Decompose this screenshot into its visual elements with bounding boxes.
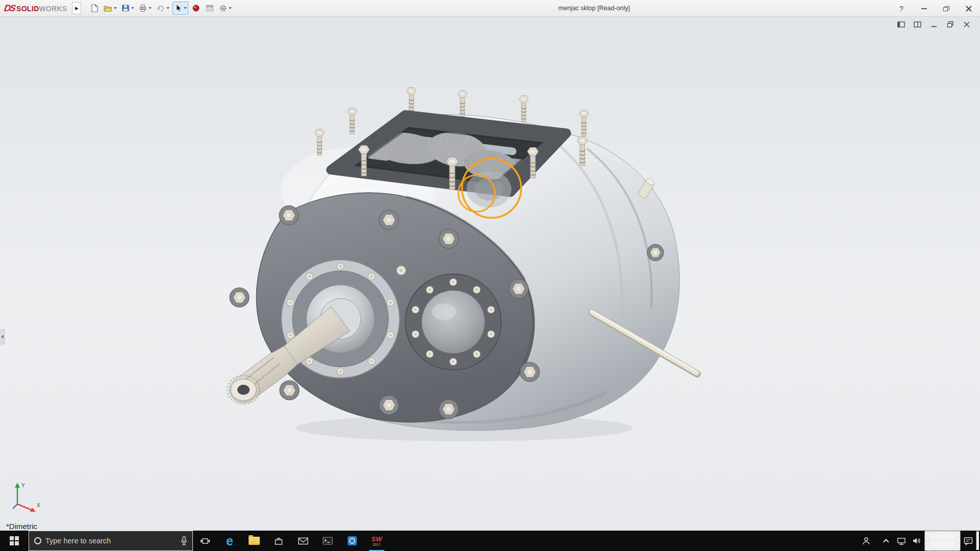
menu-flyout-button[interactable]: ▶	[72, 2, 81, 14]
maximize-button[interactable]	[935, 0, 958, 17]
microphone-icon[interactable]	[181, 536, 187, 545]
minimize-icon	[921, 8, 927, 9]
network-button[interactable]	[894, 531, 909, 551]
doc-pane-button-2[interactable]	[913, 20, 923, 29]
date-text: 8/2/2018	[931, 541, 954, 549]
orientation-triad: Y X	[8, 481, 45, 517]
select-cursor-icon	[174, 4, 182, 12]
solidworks-ds-glyph: DS	[4, 3, 16, 14]
dropdown-arrow-icon[interactable]	[114, 7, 117, 9]
x-axis-label: X	[37, 503, 40, 508]
doc-pane-button-1[interactable]	[896, 20, 906, 29]
print-button[interactable]	[137, 2, 153, 15]
edge-icon: e	[226, 535, 233, 547]
doc-minimize-button[interactable]	[929, 20, 939, 29]
people-icon	[862, 536, 871, 545]
task-view-button[interactable]	[193, 531, 217, 551]
doc-restore-icon	[947, 21, 954, 28]
blue-app-icon	[347, 536, 357, 546]
start-button[interactable]	[0, 531, 29, 551]
taskbar-search[interactable]	[29, 531, 193, 551]
dropdown-arrow-icon[interactable]	[131, 7, 134, 9]
gear-icon	[219, 4, 227, 12]
save-button[interactable]	[120, 2, 136, 15]
open-document-button[interactable]	[102, 2, 118, 15]
windows-taskbar: e SW 2017	[0, 531, 980, 551]
table-grid-icon	[206, 4, 214, 12]
brand-works-text: WORKS	[39, 5, 67, 13]
file-explorer-button[interactable]	[242, 531, 266, 551]
doc-close-icon	[963, 21, 970, 28]
window-controls: ?	[890, 0, 980, 17]
restore-icon	[943, 6, 949, 11]
console-window-icon	[323, 537, 333, 545]
dropdown-arrow-icon[interactable]	[149, 7, 152, 9]
brand-solid-text: SOLID	[16, 5, 39, 13]
mail-button[interactable]	[291, 531, 315, 551]
graphics-area[interactable]: Y X *Dimetric	[0, 17, 980, 531]
minimize-button[interactable]	[913, 0, 935, 17]
help-button[interactable]: ?	[890, 0, 913, 17]
side-cover-dome[interactable]	[405, 274, 501, 370]
gearbox-3d-model[interactable]	[0, 17, 980, 531]
system-tray: 10:45 AM 8/2/2018	[854, 531, 980, 551]
solidworks-app-button[interactable]: SW 2017	[364, 531, 389, 551]
save-floppy-icon	[121, 4, 130, 12]
folder-icon	[249, 537, 260, 545]
undo-button[interactable]	[155, 2, 171, 15]
command-prompt-button[interactable]	[315, 531, 340, 551]
store-button[interactable]	[266, 531, 291, 551]
panel-collapse-arrow[interactable]	[0, 329, 5, 344]
window-pane-icon	[897, 21, 905, 28]
tray-overflow-button[interactable]	[878, 531, 894, 551]
front-rim-bore[interactable]	[467, 171, 511, 208]
open-folder-icon	[104, 4, 112, 12]
doc-minimize-icon	[930, 21, 938, 28]
chevron-up-icon	[884, 539, 889, 544]
help-icon: ?	[899, 5, 903, 13]
y-axis-arrow-icon	[15, 483, 20, 488]
notification-icon	[964, 537, 973, 545]
store-bag-icon	[274, 537, 283, 545]
volume-button[interactable]	[909, 531, 924, 551]
search-input[interactable]	[45, 537, 177, 545]
window-split-icon	[914, 21, 922, 28]
app-titlebar: DSSOLIDWORKS ▶	[0, 0, 980, 17]
windows-logo-icon	[10, 536, 19, 545]
view-orientation-label: *Dimetric	[6, 522, 37, 531]
volume-icon	[912, 537, 921, 545]
mail-envelope-icon	[298, 537, 308, 545]
options-button[interactable]	[217, 2, 233, 15]
people-button[interactable]	[854, 531, 878, 551]
printer-icon	[139, 4, 147, 12]
action-center-button[interactable]	[961, 531, 976, 551]
solidworks-app-icon: SW 2017	[372, 536, 382, 546]
new-document-button[interactable]	[88, 2, 101, 15]
taskbar-clock[interactable]: 10:45 AM 8/2/2018	[924, 531, 961, 551]
doc-restore-button[interactable]	[945, 20, 955, 29]
edge-browser-button[interactable]: e	[217, 531, 242, 551]
task-view-icon	[200, 537, 210, 545]
doc-close-button[interactable]	[962, 20, 972, 29]
network-icon	[897, 537, 906, 545]
z-axis-arrow-icon	[13, 504, 17, 509]
dropdown-arrow-icon[interactable]	[184, 7, 187, 9]
solidworks-logo: DSSOLIDWORKS	[0, 3, 72, 14]
close-icon	[966, 6, 972, 12]
dropdown-arrow-icon[interactable]	[229, 7, 232, 9]
new-document-icon	[90, 4, 99, 12]
appearance-ball-icon	[192, 4, 200, 12]
undo-arrow-icon	[156, 4, 165, 12]
blue-app-button[interactable]	[340, 531, 364, 551]
collapse-arrow-icon	[1, 335, 4, 339]
select-tool-button[interactable]	[173, 2, 188, 15]
close-button[interactable]	[958, 0, 980, 17]
dropdown-arrow-icon[interactable]	[166, 7, 169, 9]
show-desktop-button[interactable]	[976, 531, 980, 551]
time-text: 10:45 AM	[930, 533, 955, 541]
window-title: menjac sklop [Read-only]	[558, 5, 630, 12]
design-table-button[interactable]	[204, 2, 216, 15]
appearance-button[interactable]	[190, 2, 202, 15]
document-window-controls	[896, 20, 972, 29]
y-axis-label: Y	[21, 483, 25, 488]
